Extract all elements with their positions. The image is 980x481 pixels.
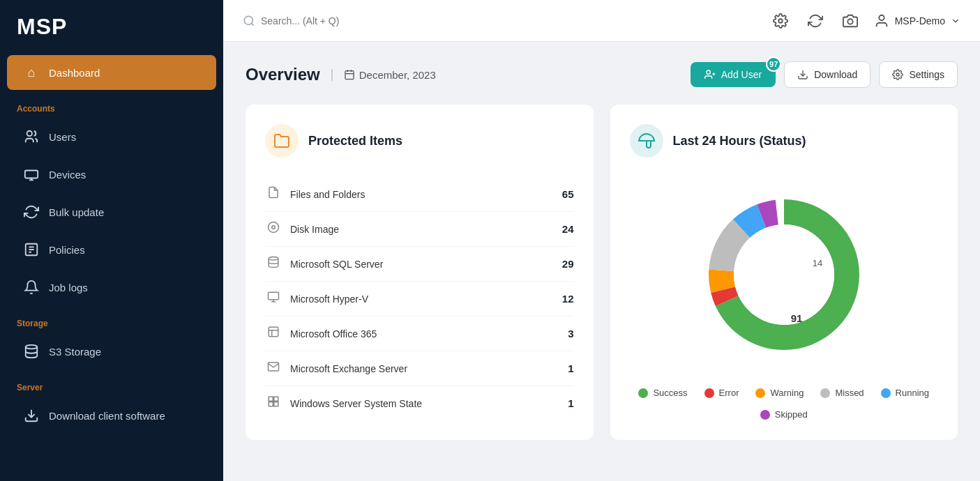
- sidebar-item-devices[interactable]: Devices: [7, 157, 216, 192]
- s3-storage-icon: [24, 344, 39, 359]
- legend-label-skipped: Skipped: [775, 409, 808, 420]
- office365-icon: [265, 326, 282, 342]
- settings-button[interactable]: Settings: [879, 61, 958, 88]
- settings-label: Settings: [909, 69, 944, 80]
- protected-items-table: Files and Folders 65 Disk Image 24: [265, 177, 574, 420]
- sidebar-item-bulk-update[interactable]: Bulk update: [7, 194, 216, 229]
- legend-item-running: Running: [881, 388, 929, 398]
- page-date: December, 2023: [331, 69, 436, 81]
- files-folders-icon: [265, 186, 282, 202]
- cards-row: Protected Items Files and Folders 65: [246, 105, 958, 440]
- legend-dot-error: [704, 388, 714, 398]
- table-row: Microsoft Exchange Server 1: [265, 351, 574, 386]
- add-user-button[interactable]: 97 Add User: [691, 62, 776, 87]
- sidebar-item-users[interactable]: Users: [7, 119, 216, 154]
- job-logs-icon: [24, 280, 39, 295]
- sidebar-item-label: Devices: [49, 169, 86, 181]
- exchange-server-icon: [265, 360, 282, 376]
- search-input[interactable]: [261, 15, 400, 26]
- svg-rect-31: [269, 402, 273, 406]
- row-label: Files and Folders: [265, 186, 365, 202]
- legend-dot-skipped: [760, 410, 770, 420]
- svg-point-22: [269, 222, 279, 233]
- svg-point-17: [707, 70, 710, 74]
- sidebar-section-server: Server: [0, 370, 223, 397]
- table-row: Microsoft Office 365 3: [265, 316, 574, 351]
- legend-item-missed: Missed: [820, 388, 864, 398]
- users-icon: [24, 129, 39, 144]
- settings-cog-icon[interactable]: [769, 10, 792, 32]
- svg-rect-28: [269, 327, 278, 337]
- protected-items-icon: [265, 124, 299, 158]
- page-header: Overview December, 2023 97 Add User Down…: [246, 61, 958, 88]
- legend-item-warning: Warning: [755, 388, 804, 398]
- svg-rect-30: [274, 397, 278, 401]
- svg-point-39: [734, 224, 834, 325]
- page-title-area: Overview December, 2023: [246, 65, 436, 84]
- user-name: MSP-Demo: [895, 15, 945, 26]
- sidebar-item-label: Bulk update: [49, 206, 104, 218]
- row-label: Disk Image: [265, 221, 339, 237]
- row-label-text: Windows Server System State: [290, 398, 422, 409]
- search-box[interactable]: [243, 15, 758, 27]
- row-count: 1: [568, 397, 573, 409]
- camera-icon[interactable]: [839, 10, 861, 32]
- svg-rect-25: [269, 292, 279, 300]
- sidebar-item-download-client[interactable]: Download client software: [7, 398, 216, 433]
- legend-item-success: Success: [638, 388, 687, 398]
- row-label-text: Disk Image: [290, 224, 339, 235]
- svg-rect-13: [345, 71, 354, 79]
- btn-badge: 97: [766, 56, 781, 72]
- row-label: Microsoft Hyper-V: [265, 291, 368, 307]
- page-date-text: December, 2023: [359, 69, 436, 81]
- user-menu[interactable]: MSP-Demo: [874, 13, 960, 29]
- sidebar-item-label: Download client software: [49, 410, 165, 422]
- app-logo: MSP: [0, 0, 223, 54]
- home-icon: ⌂: [24, 65, 39, 80]
- sidebar-item-label: S3 Storage: [49, 346, 101, 358]
- row-label-text: Files and Folders: [290, 189, 365, 200]
- legend-label-warning: Warning: [770, 388, 804, 398]
- table-row: Windows Server System State 1: [265, 386, 574, 420]
- svg-point-11: [847, 19, 852, 24]
- table-row: Files and Folders 65: [265, 177, 574, 212]
- sidebar-item-job-logs[interactable]: Job logs: [7, 270, 216, 305]
- download-icon: [797, 69, 808, 80]
- search-icon: [243, 15, 255, 27]
- protected-items-title: Protected Items: [308, 134, 402, 148]
- protected-items-card: Protected Items Files and Folders 65: [246, 105, 594, 440]
- add-user-icon: [704, 69, 716, 80]
- main-content: MSP-Demo Overview December, 2023 97 Add …: [223, 0, 980, 481]
- sidebar-item-policies[interactable]: Policies: [7, 232, 216, 267]
- disk-image-icon: [265, 221, 282, 237]
- donut-chart: 14 91: [693, 184, 875, 365]
- download-client-icon: [24, 408, 39, 423]
- svg-rect-1: [25, 171, 38, 178]
- legend-dot-missed: [820, 388, 830, 398]
- row-label-text: Microsoft SQL Server: [290, 259, 383, 270]
- refresh-icon[interactable]: [804, 10, 827, 32]
- sidebar-item-s3-storage[interactable]: S3 Storage: [7, 334, 216, 369]
- row-count: 65: [562, 188, 574, 200]
- calendar-icon: [344, 69, 355, 80]
- svg-point-8: [244, 16, 252, 24]
- donut-label-91: 91: [790, 312, 802, 324]
- svg-point-6: [26, 345, 38, 349]
- page-content: Overview December, 2023 97 Add User Down…: [223, 42, 980, 481]
- legend-dot-warning: [755, 388, 765, 398]
- download-button[interactable]: Download: [784, 61, 870, 88]
- svg-point-23: [272, 226, 276, 229]
- row-label-text: Microsoft Office 365: [290, 328, 377, 339]
- sidebar-item-dashboard[interactable]: ⌂ Dashboard: [7, 55, 216, 90]
- topbar-icons: MSP-Demo: [769, 10, 960, 32]
- legend-item-error: Error: [704, 388, 739, 398]
- row-count: 3: [568, 328, 573, 339]
- sidebar-item-label: Policies: [49, 244, 85, 256]
- last24-title: Last 24 Hours (Status): [673, 134, 806, 148]
- row-count: 12: [562, 293, 574, 305]
- header-actions: 97 Add User Download Settings: [691, 61, 958, 88]
- sidebar-item-label: Users: [49, 131, 76, 143]
- row-count: 29: [562, 258, 574, 270]
- user-avatar-icon: [874, 13, 889, 29]
- devices-icon: [24, 167, 39, 182]
